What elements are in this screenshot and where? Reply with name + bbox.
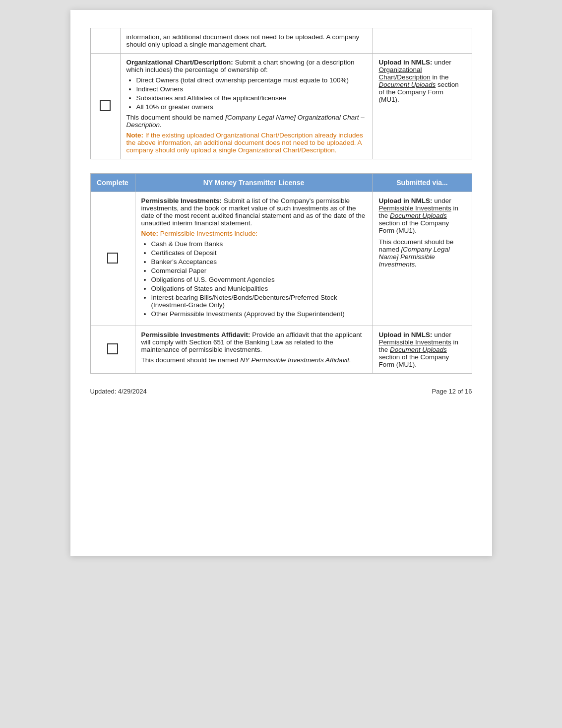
checkbox[interactable] — [100, 100, 111, 111]
action-cell: Upload in NMLS: under Permissible Invest… — [373, 192, 472, 326]
main-cell: information, an additional document does… — [120, 28, 373, 54]
footer-page: Page 12 of 16 — [432, 388, 472, 395]
page-footer: Updated: 4/29/2024 Page 12 of 16 — [90, 388, 472, 395]
header-main: NY Money Transmitter License — [135, 174, 373, 192]
main-cell: Organizational Chart/Description: Submit… — [120, 54, 373, 159]
list-item: Subsidiaries and Affiliates of the appli… — [136, 94, 367, 102]
footer-updated: Updated: 4/29/2024 — [90, 388, 147, 395]
row1-main-text: information, an additional document does… — [126, 33, 360, 48]
action-text-2: This document should be named [Company L… — [379, 238, 466, 268]
header-submitted: Submitted via... — [373, 174, 472, 192]
action-cell: Upload in NMLS: under Organizational Cha… — [373, 54, 472, 159]
perm-aff-intro: Permissible Investments Affidavit: Provi… — [141, 331, 367, 353]
checkbox-cell — [90, 54, 120, 159]
list-item: Indirect Owners — [136, 85, 367, 93]
page: information, an additional document does… — [70, 10, 492, 556]
perm-inv-intro: Permissible Investments: Submit a list o… — [141, 197, 367, 227]
named-doc: This document should be named [Company L… — [126, 114, 367, 129]
note-paragraph: Note: If the existing uploaded Organizat… — [126, 132, 367, 154]
table-row: Organizational Chart/Description: Submit… — [90, 54, 472, 159]
list-item: Interest-bearing Bills/Notes/Bonds/Deben… — [151, 294, 367, 309]
action-text-1: Upload in NMLS: under Permissible Invest… — [379, 197, 466, 234]
checkbox-cell — [90, 192, 135, 326]
named-doc: This document should be named NY Permiss… — [141, 356, 367, 364]
action-cell: Upload in NMLS: under Permissible Invest… — [373, 326, 472, 374]
intro-bold: Organizational Chart/Description: — [126, 59, 233, 66]
header-complete: Complete — [90, 174, 135, 192]
table-header-row: Complete NY Money Transmitter License Su… — [90, 174, 472, 192]
continuation-table: information, an additional document does… — [90, 28, 472, 159]
list-item: Obligations of States and Municipalities — [151, 285, 367, 292]
list-item: Direct Owners (total direct ownership pe… — [136, 76, 367, 84]
perm-inv-bullets: Cash & Due from Banks Certificates of De… — [151, 240, 367, 318]
note-paragraph: Note: Permissible Investments include: — [141, 230, 367, 237]
list-item: Commercial Paper — [151, 267, 367, 274]
action-text: Upload in NMLS: under Organizational Cha… — [379, 59, 466, 103]
checkbox-cell — [90, 28, 120, 54]
list-item: Certificates of Deposit — [151, 249, 367, 257]
main-cell: Permissible Investments Affidavit: Provi… — [135, 326, 373, 374]
list-item: Other Permissible Investments (Approved … — [151, 310, 367, 318]
list-item: Banker's Acceptances — [151, 258, 367, 265]
action-cell — [373, 28, 472, 54]
org-chart-bullets: Direct Owners (total direct ownership pe… — [136, 76, 367, 111]
table-row: information, an additional document does… — [90, 28, 472, 54]
main-cell: Permissible Investments: Submit a list o… — [135, 192, 373, 326]
list-item: Obligations of U.S. Government Agencies — [151, 276, 367, 283]
checkbox-cell — [90, 326, 135, 374]
list-item: All 10% or greater owners — [136, 103, 367, 111]
ny-money-transmitter-table: Complete NY Money Transmitter License Su… — [90, 173, 472, 374]
table-row: Permissible Investments Affidavit: Provi… — [90, 326, 472, 374]
table-row: Permissible Investments: Submit a list o… — [90, 192, 472, 326]
action-text: Upload in NMLS: under Permissible Invest… — [379, 331, 466, 368]
org-chart-intro: Organizational Chart/Description: Submit… — [126, 59, 367, 73]
checkbox[interactable] — [107, 343, 118, 354]
checkbox[interactable] — [107, 253, 118, 264]
list-item: Cash & Due from Banks — [151, 240, 367, 248]
